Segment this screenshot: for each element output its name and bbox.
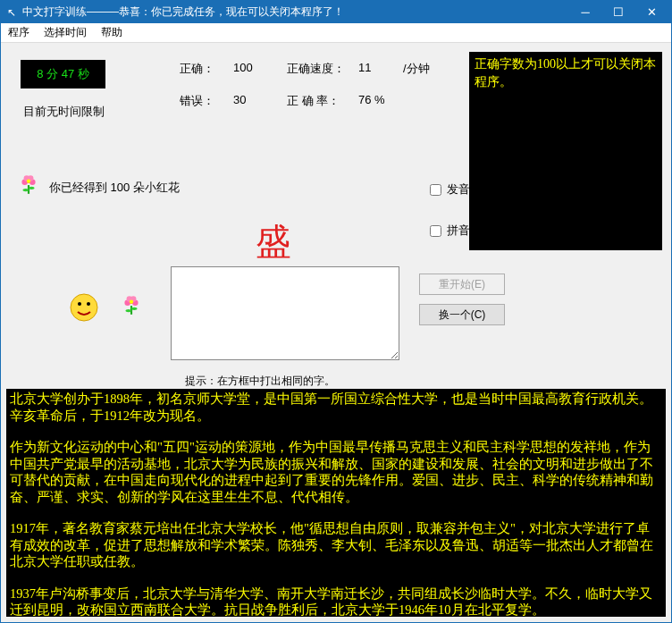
time-limit-label: 目前无时间限制 (23, 104, 105, 120)
article-p1: 北京大学创办于1898年，初名京师大学堂，是中国第一所国立综合性大学，也是当时中… (10, 391, 662, 424)
svg-point-7 (29, 187, 35, 189)
hint-text: 提示：在方框中打出相同的字。 (185, 374, 335, 389)
rate-label: 正 确 率： (287, 93, 358, 109)
maximize-button[interactable]: ☐ (602, 4, 634, 21)
sound-checkbox[interactable] (430, 184, 441, 196)
typing-input[interactable] (171, 266, 399, 360)
svg-point-6 (23, 189, 29, 191)
side-message-panel: 正确字数为100以上才可以关闭本程序。 (469, 52, 662, 250)
timer-display: 8 分 47 秒 (21, 60, 105, 88)
stats-panel: 正确： 100 正确速度： 11 /分钟 错误： 30 正 确 率： 76 % (180, 61, 448, 109)
next-button[interactable]: 换一个(C) (419, 304, 505, 325)
speed-unit: /分钟 (403, 61, 448, 77)
svg-point-8 (71, 294, 97, 321)
window-titlebar: ↖ 中文打字训练———恭喜：你已完成任务，现在可以关闭本程序了！ ─ ☐ ✕ (1, 1, 671, 23)
correct-value: 100 (233, 61, 287, 77)
article-p3: 1917年，著名教育家蔡元培出任北京大学校长，他"循思想自由原则，取兼容并包主义… (10, 520, 662, 570)
pinyin-checkbox[interactable] (430, 225, 441, 237)
target-character: 盛 (256, 217, 291, 266)
svg-point-5 (27, 180, 30, 183)
correct-label: 正确： (180, 61, 233, 77)
article-p4: 1937年卢沟桥事变后，北京大学与清华大学、南开大学南迁长沙，共同组成长沙临时大… (10, 585, 662, 617)
emoji-icon (68, 291, 100, 331)
reward-row: 你已经得到 100 朵小红花 (17, 173, 180, 196)
article-p2: 作为新文化运动的中心和"五四"运动的策源地，作为中国最早传播马克思主义和民主科学… (10, 439, 662, 505)
menu-help[interactable]: 帮助 (101, 25, 122, 40)
window-title: 中文打字训练———恭喜：你已完成任务，现在可以关闭本程序了！ (22, 4, 569, 20)
app-icon: ↖ (4, 5, 19, 20)
rate-value: 76 % (358, 93, 403, 109)
menu-select-time[interactable]: 选择时间 (44, 25, 87, 40)
article-panel: 北京大学创办于1898年，初名京师大学堂，是中国第一所国立综合性大学，也是当时中… (6, 389, 666, 617)
svg-point-9 (78, 302, 81, 306)
svg-point-16 (130, 300, 133, 304)
svg-point-18 (131, 307, 138, 310)
minimize-button[interactable]: ─ (569, 4, 601, 21)
menu-program[interactable]: 程序 (8, 25, 29, 40)
sound-text: 发音 (447, 181, 470, 198)
speed-label: 正确速度： (287, 61, 358, 77)
restart-button[interactable]: 重开始(E) (419, 274, 505, 295)
flower-icon-small (120, 293, 143, 319)
reward-text: 你已经得到 100 朵小红花 (49, 180, 180, 196)
error-value: 30 (233, 93, 287, 109)
error-label: 错误： (180, 93, 233, 109)
svg-point-10 (87, 302, 90, 306)
speed-value: 11 (358, 61, 403, 77)
svg-point-17 (126, 309, 132, 312)
menu-bar: 程序 选择时间 帮助 (1, 23, 671, 43)
flower-icon (17, 173, 40, 196)
close-button[interactable]: ✕ (635, 4, 668, 21)
